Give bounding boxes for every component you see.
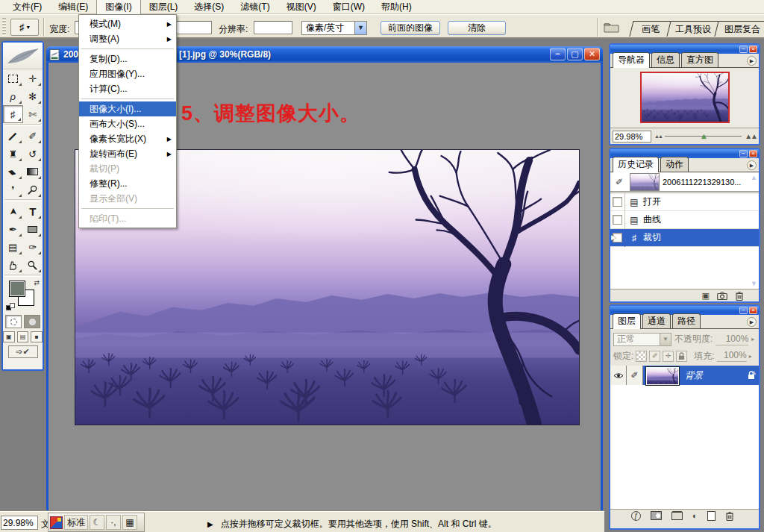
resolution-unit-select[interactable]: 像素/英寸 ▼ xyxy=(301,21,367,35)
healing-brush-tool[interactable]: ❙ xyxy=(3,127,23,145)
tab-brushes[interactable]: 画笔 xyxy=(629,21,671,37)
history-brush-tool[interactable]: ↺ xyxy=(23,145,43,163)
eraser-tool[interactable]: ▰ xyxy=(3,163,23,181)
gradient-tool[interactable] xyxy=(23,163,43,181)
menu-item-canvas-size[interactable]: 画布大小(S)... xyxy=(79,116,176,131)
background-layer-row[interactable]: ✐ 背景 xyxy=(610,366,759,385)
tab-channels[interactable]: 通道 xyxy=(642,313,671,328)
tab-tool-presets[interactable]: 工具预设 xyxy=(666,21,719,37)
new-document-from-state-icon[interactable]: ▣ xyxy=(702,292,710,300)
spinner-arrow-icon[interactable]: ▸ xyxy=(751,336,754,342)
opacity-field[interactable]: 100% xyxy=(716,334,748,345)
foreground-color-swatch[interactable] xyxy=(9,281,25,297)
history-brush-checkbox[interactable] xyxy=(610,211,625,229)
minimize-button[interactable]: − xyxy=(739,46,748,53)
layer-thumbnail[interactable] xyxy=(646,367,679,385)
lock-all-icon[interactable] xyxy=(676,351,687,362)
close-button[interactable]: × xyxy=(749,46,757,53)
navigator-zoom-field[interactable]: 29.98% xyxy=(613,131,651,143)
maximize-button[interactable]: ▢ xyxy=(567,48,583,60)
history-step-crop[interactable]: ♯ 裁切 ▶ xyxy=(610,229,759,247)
spinner-arrow-icon[interactable]: ▸ xyxy=(749,353,752,360)
zoom-tool[interactable] xyxy=(23,256,43,274)
delete-layer-icon[interactable] xyxy=(725,511,734,521)
fill-field[interactable]: 100% xyxy=(717,350,747,362)
scroll-up-icon[interactable]: ▲ xyxy=(751,369,757,376)
new-snapshot-icon[interactable] xyxy=(717,292,727,300)
default-colors-icon[interactable] xyxy=(6,303,15,310)
close-button[interactable]: × xyxy=(749,150,757,157)
lock-transparency-icon[interactable] xyxy=(636,351,647,362)
menu-filter[interactable]: 滤镜(T) xyxy=(232,0,278,14)
crop-tool[interactable]: ♯ xyxy=(3,105,23,123)
shape-tool[interactable] xyxy=(23,220,43,238)
fullscreen-mode-button[interactable]: ■ xyxy=(31,331,43,342)
slider-thumb-icon[interactable]: ▲ xyxy=(700,132,707,140)
blur-tool[interactable]: ❜ xyxy=(3,181,23,198)
standard-mode-button[interactable] xyxy=(5,315,22,328)
history-step-open[interactable]: ▤ 打开 xyxy=(610,193,759,211)
layer-mask-icon[interactable] xyxy=(651,511,662,520)
minimize-button[interactable]: − xyxy=(739,150,748,157)
tab-histogram[interactable]: 直方图 xyxy=(681,52,718,67)
toolbox-header[interactable] xyxy=(3,43,43,69)
zoom-out-icon[interactable]: ▲▲ xyxy=(654,134,662,139)
menu-view[interactable]: 视图(V) xyxy=(278,0,325,14)
path-selection-tool[interactable]: ➤ xyxy=(3,202,23,220)
ime-keyboard-button[interactable]: ▦ xyxy=(122,515,137,530)
new-layer-icon[interactable] xyxy=(707,511,716,521)
menu-item-image-size[interactable]: 图像大小(I)... xyxy=(79,101,176,116)
menu-item-apply-image[interactable]: 应用图像(Y)... xyxy=(79,66,176,81)
scroll-up-icon[interactable]: ▲ xyxy=(751,174,757,181)
fullscreen-menubar-mode-button[interactable]: ▤ xyxy=(17,331,29,342)
tab-actions[interactable]: 动作 xyxy=(660,157,689,172)
eyedropper-tool[interactable]: ✑ xyxy=(23,238,43,256)
zoom-percentage-field[interactable]: 29.98% xyxy=(1,516,38,530)
menu-select[interactable]: 选择(S) xyxy=(186,0,232,14)
pen-tool[interactable]: ✒ xyxy=(3,220,23,238)
adjustment-layer-icon[interactable]: ◐ xyxy=(692,512,698,520)
history-brush-source-icon[interactable]: ✐ xyxy=(612,177,627,187)
delete-state-icon[interactable] xyxy=(735,291,744,301)
menu-item-calculations[interactable]: 计算(C)... xyxy=(79,81,176,96)
ime-fullhalf-button[interactable]: ☾ xyxy=(90,515,104,530)
file-browser-icon[interactable] xyxy=(603,19,621,34)
close-button[interactable]: ✕ xyxy=(584,48,600,60)
minimize-button[interactable]: − xyxy=(739,307,748,314)
jump-to-imageready-button[interactable]: ➩✔ xyxy=(8,345,38,358)
close-button[interactable]: × xyxy=(749,307,757,314)
magic-wand-tool[interactable]: ✻ xyxy=(23,87,43,105)
resolution-input[interactable] xyxy=(254,21,292,34)
tab-history[interactable]: 历史记录 xyxy=(613,157,659,172)
ime-punctuation-button[interactable]: ·, xyxy=(106,515,121,530)
menu-item-rotate-canvas[interactable]: 旋转画布(E)▶ xyxy=(79,146,176,161)
panel-menu-icon[interactable]: ▶ xyxy=(747,317,757,327)
brush-tool[interactable]: ✐ xyxy=(23,127,43,145)
menu-file[interactable]: 文件(F) xyxy=(4,0,50,14)
clear-button[interactable]: 清除 xyxy=(448,21,506,35)
rectangular-marquee-tool[interactable] xyxy=(3,69,23,87)
panel-menu-icon[interactable]: ▶ xyxy=(747,56,757,66)
tab-layer-comps[interactable]: 图层复合 xyxy=(714,21,764,37)
navigator-proxy-view[interactable] xyxy=(640,72,730,123)
menu-item-trim[interactable]: 修整(R)... xyxy=(79,176,176,191)
menu-item-pixel-aspect-ratio[interactable]: 像素长宽比(X)▶ xyxy=(79,131,176,146)
swap-colors-icon[interactable]: ⇄ xyxy=(34,279,40,287)
lasso-tool[interactable]: ρ xyxy=(3,87,23,105)
layer-name[interactable]: 背景 xyxy=(679,366,744,385)
lock-paint-icon[interactable]: ✐ xyxy=(649,351,660,362)
zoom-in-icon[interactable]: ▲▲ xyxy=(745,132,757,140)
slice-tool[interactable]: ✄ xyxy=(23,105,43,123)
history-step-curves[interactable]: ▤ 曲线 xyxy=(610,211,759,229)
menu-edit[interactable]: 编辑(E) xyxy=(50,0,96,14)
lock-position-icon[interactable]: ✛ xyxy=(663,351,674,362)
history-snapshot-row[interactable]: ✐ 2006111221329130... xyxy=(610,172,759,193)
tab-layers[interactable]: 图层 xyxy=(613,313,641,329)
panel-menu-icon[interactable]: ▶ xyxy=(747,160,757,170)
move-tool[interactable]: ✛ xyxy=(23,69,43,87)
navigator-zoom-slider[interactable]: ▲ xyxy=(665,131,742,142)
front-image-button[interactable]: 前面的图像 xyxy=(381,21,440,35)
menu-item-mode[interactable]: 模式(M)▶ xyxy=(79,16,176,31)
menu-item-duplicate[interactable]: 复制(D)... xyxy=(79,51,176,66)
menu-image[interactable]: 图像(I) xyxy=(96,0,140,14)
